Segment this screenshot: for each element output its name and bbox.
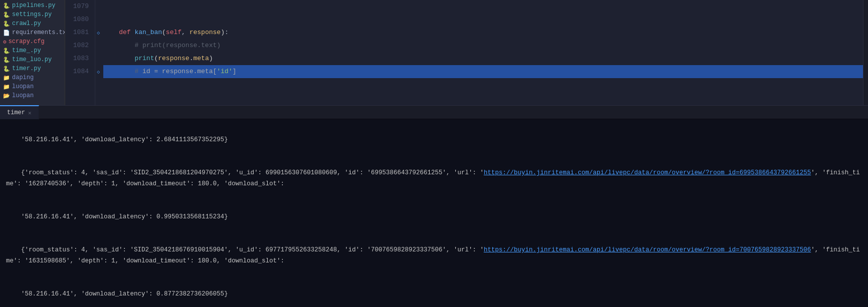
- py-icon: 🐍: [3, 3, 10, 9]
- file-item-crawl[interactable]: 🐍 crawl.py: [0, 19, 65, 28]
- file-item-daping[interactable]: 📁 daping: [0, 73, 65, 82]
- file-item-luopan-open[interactable]: 📂 luopan: [0, 91, 65, 100]
- code-panel: 1079 1080 1081 1082 1083 1084 ⬦ def kan_…: [65, 0, 868, 105]
- cfg-icon: ⚙: [3, 39, 7, 45]
- file-name: requirements.txt: [12, 29, 65, 36]
- code-content: ⬦ def kan_ban(self, response): # print(r…: [95, 0, 863, 105]
- line-num-1084: 1084: [65, 65, 89, 78]
- term-text: '58.216.16.41', 'download_latency': 0.99…: [21, 213, 228, 220]
- tab-label: timer: [7, 109, 25, 116]
- code-line-1084: ⬦ # id = response.meta['id']: [103, 65, 863, 78]
- code-line-1079: [103, 0, 863, 13]
- file-name: luopan: [12, 92, 34, 99]
- attr-meta: meta: [193, 52, 209, 65]
- file-item-settings[interactable]: 🐍 settings.py: [0, 10, 65, 19]
- file-name: scrapy.cfg: [9, 38, 45, 45]
- tab-bar: timer ✕: [0, 105, 868, 119]
- file-name: time_luo.py: [12, 56, 52, 63]
- terminal-line-4: {'room_status': 4, 'sas_id': 'SID2_35042…: [6, 233, 862, 277]
- breakpoint-icon-1084: ⬦: [96, 65, 100, 78]
- tab-close-icon[interactable]: ✕: [28, 110, 32, 116]
- file-name: pipelines.py: [12, 2, 55, 9]
- line-num-1079: 1079: [65, 0, 89, 13]
- file-name: settings.py: [12, 11, 52, 18]
- str-id: 'id': [217, 65, 232, 78]
- var-response: response: [158, 52, 189, 65]
- comment-id: #: [134, 65, 142, 78]
- file-item-pipelines[interactable]: 🐍 pipelines.py: [0, 1, 65, 10]
- file-name: crawl.py: [12, 20, 41, 27]
- file-item-luopan[interactable]: 📁 luopan: [0, 82, 65, 91]
- code-line-1083: print(response.meta): [103, 52, 863, 65]
- line-num-1081: 1081: [65, 26, 89, 39]
- paren-open-2: (: [154, 52, 158, 65]
- terminal-line-5: '58.216.16.41', 'download_latency': 0.87…: [6, 277, 862, 307]
- file-name: luopan: [12, 83, 34, 90]
- paren-close-2: ): [209, 52, 213, 65]
- comma: ,: [182, 26, 186, 39]
- term-prefix-4: {'room_status': 4, 'sas_id': 'SID2_35042…: [21, 246, 484, 253]
- line-num-1080: 1080: [65, 13, 89, 26]
- comment-print-text: # print(response.text): [134, 39, 221, 52]
- file-name: time_.py: [12, 47, 41, 54]
- colon: :: [225, 26, 229, 39]
- keyword-self: self: [166, 26, 182, 39]
- terminal-line-3: '58.216.16.41', 'download_latency': 0.99…: [6, 200, 862, 233]
- code-line-1080: [103, 13, 863, 26]
- dot: .: [190, 52, 194, 65]
- code-line-1081: ⬦ def kan_ban(self, response):: [103, 26, 863, 39]
- editor-area: 🐍 pipelines.py 🐍 settings.py 🐍 crawl.py …: [0, 0, 868, 105]
- py-icon: 🐍: [3, 21, 10, 27]
- terminal-line-1: '58.216.16.41', 'download_latency': 2.68…: [6, 123, 862, 156]
- py-icon: 🐍: [3, 66, 10, 72]
- folder-open-icon: 📂: [3, 93, 10, 99]
- term-text: '58.216.16.41', 'download_latency': 2.68…: [21, 136, 228, 143]
- folder-icon: 📁: [3, 84, 10, 90]
- term-link-4[interactable]: https://buyin.jinritemai.com/api/livepc/…: [484, 246, 811, 253]
- file-item-time-luo[interactable]: 🐍 time_luo.py: [0, 55, 65, 64]
- terminal-area[interactable]: '58.216.16.41', 'download_latency': 2.68…: [0, 119, 868, 307]
- file-item-timer[interactable]: 🐍 timer.py: [0, 64, 65, 73]
- file-name: timer.py: [12, 65, 41, 72]
- line-num-1083: 1083: [65, 52, 89, 65]
- folder-icon: 📁: [3, 75, 10, 81]
- file-item-requirements[interactable]: 📄 requirements.txt: [0, 28, 65, 37]
- py-icon: 🐍: [3, 12, 10, 18]
- term-prefix-2: {'room_status': 4, 'sas_id': 'SID2_35042…: [21, 169, 484, 176]
- py-icon: 🐍: [3, 48, 10, 54]
- param-response: response: [190, 26, 221, 39]
- keyword-def: def: [119, 26, 130, 39]
- file-name: daping: [12, 74, 34, 81]
- py-icon: 🐍: [3, 57, 10, 63]
- paren-close: ): [221, 26, 225, 39]
- paren-open: (: [162, 26, 166, 39]
- breakpoint-icon-1081: ⬦: [96, 26, 100, 39]
- file-tree: 🐍 pipelines.py 🐍 settings.py 🐍 crawl.py …: [0, 0, 65, 105]
- function-name: kan_ban: [134, 26, 162, 39]
- line-numbers: 1079 1080 1081 1082 1083 1084: [65, 0, 95, 105]
- file-item-time[interactable]: 🐍 time_.py: [0, 46, 65, 55]
- tab-timer[interactable]: timer ✕: [0, 105, 39, 119]
- terminal-line-2: {'room_status': 4, 'sas_id': 'SID2_35042…: [6, 156, 862, 200]
- file-item-scrapy[interactable]: ⚙ scrapy.cfg: [0, 37, 65, 46]
- txt-icon: 📄: [3, 30, 10, 36]
- code-line-1082: # print(response.text): [103, 39, 863, 52]
- term-text: '58.216.16.41', 'download_latency': 0.87…: [21, 290, 228, 297]
- builtin-print: print: [134, 52, 154, 65]
- term-link-2[interactable]: https://buyin.jinritemai.com/api/livepc/…: [484, 169, 811, 176]
- editor-scrollbar[interactable]: [863, 0, 868, 105]
- line-num-1082: 1082: [65, 39, 89, 52]
